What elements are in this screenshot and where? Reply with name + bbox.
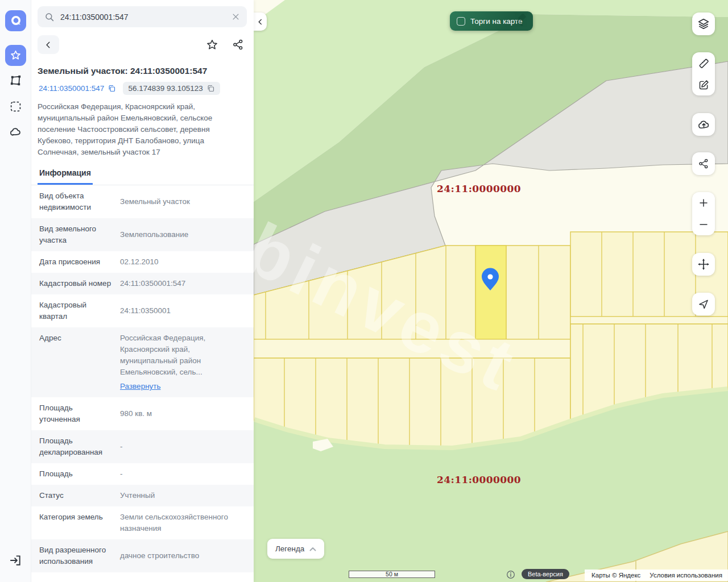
copy-icon[interactable] [107,84,116,93]
cadastral-number-chip[interactable]: 24:11:0350001:547 [38,82,117,95]
share-icon [698,158,709,169]
table-row: Статус Учтенный [31,485,254,506]
beta-badge: Beta-версия [522,569,569,579]
share-map-button[interactable] [692,152,715,175]
edit-icon [698,79,710,91]
row-label: Дата присвоения [39,256,114,268]
table-row: Вид земельного участка Землепользование [31,218,254,251]
cadastral-number-text: 24:11:0350001:547 [39,84,104,93]
locate-me-button[interactable] [692,293,715,315]
favorite-button[interactable] [206,39,218,51]
ruler-icon [698,57,710,69]
map-attribution: Карты © Яндекс Условия использования [585,569,728,581]
coordinates-text: 56.174839 93.105123 [128,84,202,93]
layers-button[interactable] [692,13,715,35]
measure-button[interactable] [692,52,715,74]
object-address: Российская Федерация, Красноярский край,… [38,101,246,158]
row-label: Вид объекта недвижимости [39,190,114,213]
share-icon [232,39,244,51]
row-label: Площадь уточненная [39,402,114,425]
chevron-left-icon [44,41,52,49]
search-input[interactable] [60,13,231,22]
sidebar-item-cloud[interactable] [9,126,22,139]
row-label: Площадь [39,468,114,480]
table-row: Площадь декларированная - [31,430,254,463]
row-value: 02.12.2010 [120,256,246,268]
address-truncated: Российская Федерация, Красноярский край,… [120,334,205,376]
pan-mode-button[interactable] [692,253,715,276]
back-button[interactable] [38,35,59,54]
row-label: Адрес [39,332,114,392]
row-value: - [120,468,246,480]
info-button[interactable] [506,570,515,581]
gavel-icon [512,13,530,30]
search-icon [44,12,55,22]
app-logo[interactable] [5,10,26,31]
terms-link[interactable]: Условия использования [650,572,722,579]
map-canvas[interactable]: tbinvest 24:11:0000000 24:11:0000000 Тор… [254,0,728,582]
polygon-vertices-icon [9,74,22,87]
sidebar-item-area-tool[interactable] [9,74,22,87]
chevron-up-icon [309,547,316,551]
info-table: Вид объекта недвижимости Земельный участ… [31,185,254,572]
minus-icon [698,219,709,230]
row-label: Площадь декларированная [39,435,114,458]
collapse-panel-button[interactable] [254,13,267,31]
table-row: Кадастровый номер 24:11:0350001:547 [31,273,254,294]
zoom-in-button[interactable] [692,192,715,214]
row-value: Учтенный [120,490,246,501]
legend-button[interactable]: Легенда [267,539,324,559]
object-panel: Земельный участок: 24:11:0350001:547 24:… [31,0,254,582]
auctions-on-map-toggle[interactable]: Торги на карте [450,11,533,31]
table-row: Вид объекта недвижимости Земельный участ… [31,185,254,218]
clear-search-icon[interactable] [231,13,240,21]
login-button[interactable] [9,554,22,567]
edit-button[interactable] [692,74,715,95]
row-value: 24:11:0350001 [120,305,246,317]
row-value: Землепользование [120,229,246,240]
sidebar-item-select-region[interactable] [9,100,22,113]
row-value: 24:11:0350001:547 [120,278,246,289]
copy-icon[interactable] [206,84,215,93]
coordinates-chip[interactable]: 56.174839 93.105123 [123,82,220,95]
legend-label: Легенда [275,544,304,553]
row-label: Категория земель [39,512,114,534]
chevron-left-icon [257,19,263,25]
table-row: Площадь - [31,463,254,485]
map-terrain [254,0,728,582]
table-row-address: Адрес Российская Федерация, Красноярский… [31,327,254,397]
info-icon [506,570,515,579]
auctions-checkbox[interactable] [457,17,465,26]
highlighted-parcel [475,246,506,339]
map-scale-bar: 50 м [349,571,435,578]
table-row: Вид разрешенного использования дачное ст… [31,539,254,572]
tabs-bar: Информация [31,168,254,185]
cloud-icon [9,126,22,139]
draw-tools-group [692,52,715,95]
road-strip [570,317,728,324]
row-label: Кадастровый квартал [39,300,114,322]
expand-address-link[interactable]: Развернуть [120,381,161,392]
tab-information[interactable]: Информация [38,168,93,185]
cloud-upload-icon [697,118,710,131]
table-row: Дата присвоения 02.12.2010 [31,251,254,273]
table-row: Категория земель Земли сельскохозяйствен… [31,506,254,539]
cadastral-quarter-label[interactable]: 24:11:0000000 [416,474,541,485]
row-value: Российская Федерация, Красноярский край,… [120,332,246,392]
row-value: Земли сельскохозяйственного назначения [120,512,246,534]
star-icon [10,49,22,61]
move-icon [697,258,710,271]
upload-button[interactable] [692,113,715,136]
share-object-button[interactable] [232,39,244,51]
cadastral-quarter-label[interactable]: 24:11:0000000 [416,183,541,194]
star-outline-icon [206,39,218,51]
row-label: Кадастровый номер [39,278,114,289]
zoom-controls [692,192,715,235]
sign-in-icon [9,554,22,567]
road-strip [254,339,570,358]
dashed-square-icon [10,101,22,113]
zoom-out-button[interactable] [692,214,715,235]
table-row: Площадь уточненная 980 кв. м [31,397,254,430]
sidebar-item-favorites[interactable] [5,45,26,66]
app-root: Земельный участок: 24:11:0350001:547 24:… [0,0,728,582]
